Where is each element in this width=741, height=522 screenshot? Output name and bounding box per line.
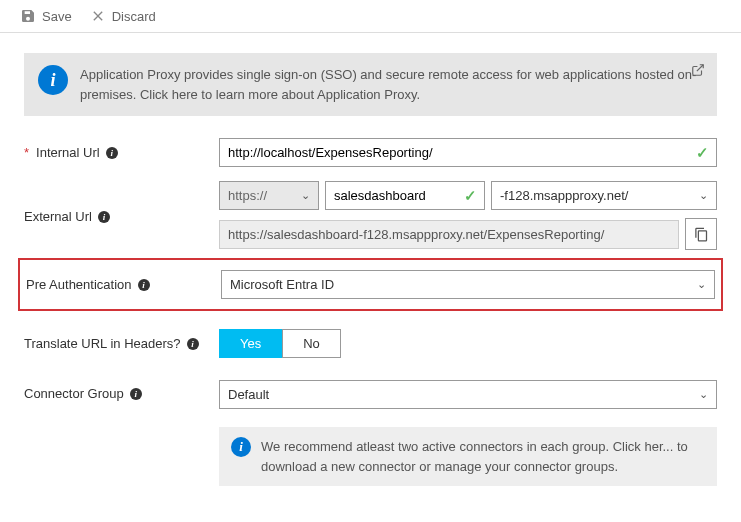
pre-auth-label: Pre Authentication — [26, 277, 132, 292]
scheme-select: https:// ⌄ — [219, 181, 319, 210]
translate-label: Translate URL in Headers? — [24, 336, 181, 351]
pre-auth-highlight: Pre Authentication i Microsoft Entra ID … — [18, 258, 723, 311]
info-icon: i — [38, 65, 68, 95]
chevron-down-icon: ⌄ — [301, 189, 310, 202]
connector-group-label: Connector Group — [24, 386, 124, 401]
translate-no-button[interactable]: No — [282, 329, 341, 358]
domain-select[interactable]: -f128.msappproxy.net/ ⌄ — [491, 181, 717, 210]
copy-icon — [694, 227, 709, 242]
tooltip-icon[interactable]: i — [187, 338, 199, 350]
subdomain-input[interactable] — [325, 181, 485, 210]
chevron-down-icon: ⌄ — [699, 388, 708, 401]
save-icon — [20, 8, 36, 24]
translate-toggle: Yes No — [219, 329, 717, 358]
tooltip-icon[interactable]: i — [138, 279, 150, 291]
pre-auth-select[interactable]: Microsoft Entra ID ⌄ — [221, 270, 715, 299]
connector-info-text: We recommend atleast two active connecto… — [261, 437, 705, 476]
internal-url-input[interactable] — [219, 138, 717, 167]
tooltip-icon[interactable]: i — [130, 388, 142, 400]
save-label: Save — [42, 9, 72, 24]
external-url-readonly: https://salesdashboard-f128.msappproxy.n… — [219, 220, 679, 249]
save-button[interactable]: Save — [20, 8, 72, 24]
discard-icon — [90, 8, 106, 24]
copy-button[interactable] — [685, 218, 717, 250]
tooltip-icon[interactable]: i — [98, 211, 110, 223]
required-indicator: * — [24, 145, 29, 160]
discard-label: Discard — [112, 9, 156, 24]
connector-info-banner: i We recommend atleast two active connec… — [219, 427, 717, 486]
chevron-down-icon: ⌄ — [699, 189, 708, 202]
internal-url-label: Internal Url — [36, 145, 100, 160]
banner-text: Application Proxy provides single sign-o… — [80, 65, 703, 104]
chevron-down-icon: ⌄ — [697, 278, 706, 291]
info-icon: i — [231, 437, 251, 457]
info-banner: i Application Proxy provides single sign… — [24, 53, 717, 116]
connector-group-select[interactable]: Default ⌄ — [219, 380, 717, 409]
tooltip-icon[interactable]: i — [106, 147, 118, 159]
svg-line-0 — [697, 65, 703, 71]
external-url-label: External Url — [24, 209, 92, 224]
external-link-icon[interactable] — [691, 63, 705, 80]
translate-yes-button[interactable]: Yes — [219, 329, 282, 358]
discard-button[interactable]: Discard — [90, 8, 156, 24]
